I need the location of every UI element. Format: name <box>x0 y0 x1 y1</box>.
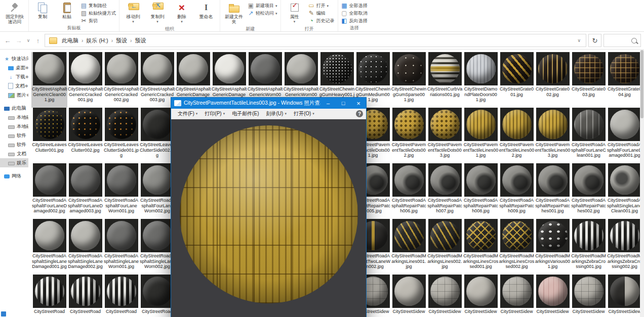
sidebar-item-drive[interactable]: 本地磁盘 <box>0 122 28 131</box>
file-item[interactable]: CityStreetGrate003.jpg <box>571 52 607 108</box>
file-item[interactable]: CityStreetLeavesClutterSide001.jpg <box>103 108 139 163</box>
file-item[interactable]: CityStreetSidew <box>499 275 535 317</box>
sidebar-item-drive[interactable]: 软件 <box>0 140 28 149</box>
file-item[interactable]: CityStreetPavementTactileLines002.jpg <box>499 108 535 163</box>
file-item[interactable]: CityStreetCurbVariations001.jpg <box>427 52 463 108</box>
file-item[interactable]: CityStreetRoadAsphaltFourLaneDamaged001.… <box>607 108 642 163</box>
sidebar-item-download[interactable]: ↓下载✱ <box>0 72 28 81</box>
move-to-button[interactable]: 移动到▾ <box>122 1 145 25</box>
copy-to-button[interactable]: 复制到▾ <box>146 1 169 25</box>
file-item[interactable]: CityStreetGrate001.jpg <box>499 52 535 108</box>
paste-button[interactable]: 粘贴 <box>55 1 78 20</box>
history-button[interactable]: ◔ 历史记录 <box>307 18 336 24</box>
sidebar-item-drive[interactable]: 本地磁盘 <box>0 113 28 122</box>
breadcrumb-segment[interactable]: 预设 <box>132 37 148 44</box>
file-item[interactable]: CityStreetRoadAsphaltSingleLaneWorn001.j… <box>103 219 139 275</box>
viewer-menu-e[interactable]: 电子邮件(E) <box>228 109 262 119</box>
new-item-button[interactable]: ▣ 新建项目▾ <box>247 3 278 9</box>
file-item[interactable]: CityStreetRoadAsphaltFourLaneWorn002.jpg <box>139 163 175 219</box>
file-item[interactable]: CityStreetAsphaltGenericCracked003.jpg <box>139 52 175 108</box>
file-item[interactable]: CityStreetPavementTactileDots003.jpg <box>427 108 463 163</box>
easy-access-button[interactable]: ↗ 轻松访问▾ <box>247 10 278 17</box>
up-button[interactable]: ↑ <box>33 37 43 44</box>
file-item[interactable]: CityStreetRoadAsphaltSingleLaneDamaged00… <box>67 219 103 275</box>
file-item[interactable]: CityStreetRoad <box>139 275 175 317</box>
file-item[interactable]: CityStreetRoadAsphaltSingleLaneWorn002.j… <box>139 219 175 275</box>
copy-path-button[interactable]: ▤ 复制路径 <box>79 3 117 9</box>
sidebar-item-star[interactable]: ★快速访问 <box>0 54 28 63</box>
address-dropdown-icon[interactable]: ∨ <box>574 38 584 43</box>
properties-button[interactable]: 属性▾ <box>283 1 306 25</box>
help-icon[interactable]: ? <box>356 110 363 117</box>
file-item[interactable]: CityStreetAsphaltGenericCracked001.jpg <box>67 52 103 108</box>
file-item[interactable]: CityStreetPavementTactileLines003.jpg <box>535 108 571 163</box>
file-item[interactable]: CityStreetAsphaltGenericCracked002.jpg <box>103 52 139 108</box>
sidebar-item-network[interactable]: 网络 <box>0 171 28 180</box>
file-item[interactable]: CityStreetSidew <box>571 275 607 317</box>
file-item[interactable]: CityStreetSidew <box>535 275 571 317</box>
new-folder-button[interactable]: 新建文件夹 <box>222 1 246 25</box>
file-item[interactable]: CityStreetLeavesClutter002.jpg <box>67 108 103 163</box>
copy-button[interactable]: 复制 <box>31 1 54 20</box>
file-item[interactable]: CityStreetRoadMarkingsLinesCrossed002.jp… <box>499 219 535 275</box>
refresh-button[interactable]: ↻ <box>588 34 601 47</box>
breadcrumb-segment[interactable]: 预设 <box>113 37 130 44</box>
close-button[interactable]: × <box>351 98 366 109</box>
open-button[interactable]: ▭ 打开▾ <box>307 3 336 9</box>
breadcrumb-segment[interactable]: 娱乐 (H:) <box>84 37 110 44</box>
sidebar-item-drive[interactable]: 娱乐 <box>0 158 28 167</box>
file-item[interactable]: CityStreetRoadMarkingsZebraCrossing001.j… <box>571 219 607 275</box>
file-item[interactable]: CityStreetRoadAsphaltRepairPatch008.jpg <box>463 163 499 219</box>
viewer-menu-u[interactable]: 刻录(U)▾ <box>263 109 290 119</box>
file-item[interactable]: CityStreetRoadMarkingsVarious001.jpg <box>535 219 571 275</box>
pin-to-quick-access-button[interactable]: 固定到快速访问 <box>3 1 26 25</box>
sidebar-item-drive[interactable]: 软件 <box>0 131 28 140</box>
file-item[interactable]: CityStreetRoadAsphaltFourLaneDamaged002.… <box>31 163 67 219</box>
file-item[interactable]: CityStreetRoadMarkingsLines002.jpg <box>427 219 463 275</box>
recent-locations-button[interactable]: ∨ <box>25 38 31 43</box>
maximize-button[interactable]: □ <box>336 98 351 109</box>
file-item[interactable]: CityStreetAsphaltGenericClean001.jpg <box>31 52 67 108</box>
viewer-menu-f[interactable]: 文件(F)▾ <box>174 109 201 119</box>
select-all-button[interactable]: ▦ 全部选择 <box>340 3 369 9</box>
file-item[interactable]: CityStreetRoadAsphaltFourLaneClean001.jp… <box>571 108 607 163</box>
file-item[interactable]: CityStreetSidew <box>607 275 642 317</box>
sidebar-item-drive[interactable]: 文档 <box>0 149 28 158</box>
forward-button[interactable]: → <box>14 37 23 44</box>
rename-button[interactable]: I 重命名 <box>194 1 218 20</box>
edit-button[interactable]: ✎ 编辑 <box>307 10 336 17</box>
breadcrumb-segment[interactable]: 此电脑 <box>59 37 81 44</box>
file-item[interactable]: CityStreetSidew <box>391 275 427 317</box>
search-input[interactable] <box>603 34 641 47</box>
file-item[interactable]: CityStreetRoadAsphaltRepairPatch007.jpg <box>427 163 463 219</box>
sidebar-item-document[interactable]: 文档✱ <box>0 81 28 90</box>
viewer-titlebar[interactable]: CityStreetPavementTactileLines003.jpg - … <box>171 98 366 109</box>
file-item[interactable]: CityStreetRoadMarkingsZebraCrossing002.j… <box>607 219 642 275</box>
file-item[interactable]: CityStreetRoad <box>103 275 139 317</box>
paste-shortcut-button[interactable]: ▨ 粘贴快捷方式 <box>79 10 117 17</box>
sidebar-item-computer[interactable]: 此电脑 <box>0 104 28 113</box>
file-item[interactable]: CityStreetRoadAsphaltFourLaneDamaged003.… <box>67 163 103 219</box>
vertical-scrollbar[interactable] <box>640 49 644 317</box>
file-item[interactable]: CityStreetDiamondPlateDoors001.jpg <box>463 52 499 108</box>
file-item[interactable]: CityStreetChewingGumSparse001.jpg <box>391 52 427 108</box>
file-item[interactable]: CityStreetRoadAsphaltRepairPatches002.jp… <box>571 163 607 219</box>
viewer-menu-o[interactable]: 打开(O)▾ <box>290 109 318 119</box>
file-item[interactable]: CityStreetRoadAsphaltRepairPatch009.jpg <box>499 163 535 219</box>
file-item[interactable]: CityStreetGrate002.jpg <box>535 52 571 108</box>
file-item[interactable]: CityStreetGrate004.jpg <box>607 52 642 108</box>
file-item[interactable]: CityStreetRoadMarkingsLines001.jpg <box>391 219 427 275</box>
sidebar-item-desktop[interactable]: 桌面✱ <box>0 63 28 72</box>
viewer-menu-p[interactable]: 打印(P)▾ <box>201 109 228 119</box>
delete-button[interactable]: × 删除▾ <box>170 1 193 25</box>
select-none-button[interactable]: ▢ 全部取消 <box>340 10 369 17</box>
file-item[interactable]: CityStreetLeavesClutterSide002.jpg <box>139 108 175 163</box>
file-item[interactable]: CityStreetSidew <box>463 275 499 317</box>
file-item[interactable]: CityStreetPavementTactileDots002.jpg <box>391 108 427 163</box>
file-item[interactable]: CityStreetRoadAsphaltSingleLaneClean001.… <box>607 163 642 219</box>
breadcrumb[interactable]: 此电脑›娱乐 (H:)›预设›预设 ∨ <box>45 34 586 47</box>
file-item[interactable]: CityStreetRoad <box>31 275 67 317</box>
file-item[interactable]: CityStreetLeavesClutter001.jpg <box>31 108 67 163</box>
file-item[interactable]: CityStreetRoadAsphaltSingleLaneDamaged00… <box>31 219 67 275</box>
minimize-button[interactable]: – <box>320 98 336 109</box>
